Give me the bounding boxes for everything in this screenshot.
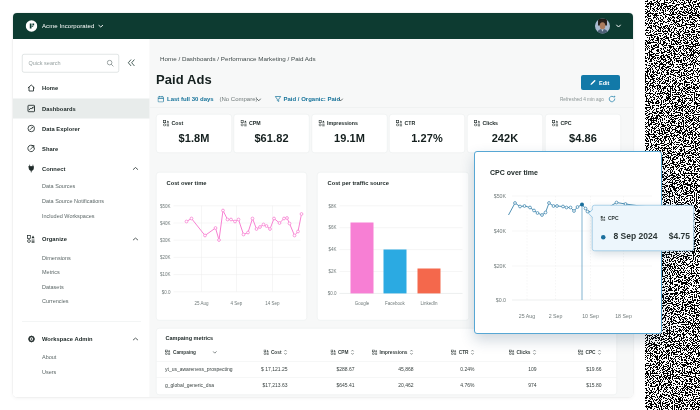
svg-text:$50K: $50K bbox=[160, 204, 171, 209]
svg-text:$10K: $10K bbox=[160, 272, 171, 277]
svg-text:25 Aug: 25 Aug bbox=[194, 301, 209, 306]
svg-text:$8K: $8K bbox=[328, 204, 336, 209]
svg-text:$0.0: $0.0 bbox=[162, 290, 171, 295]
svg-text:$20K: $20K bbox=[160, 255, 171, 260]
svg-text:$0.0: $0.0 bbox=[496, 297, 506, 303]
svg-text:$0.0: $0.0 bbox=[328, 291, 337, 296]
svg-text:$40K: $40K bbox=[160, 221, 171, 226]
svg-text:$40K: $40K bbox=[494, 228, 507, 234]
svg-text:$4K: $4K bbox=[328, 247, 336, 252]
svg-text:10 Sep: 10 Sep bbox=[582, 313, 599, 319]
svg-text:Facebook: Facebook bbox=[385, 301, 406, 306]
svg-text:$2K: $2K bbox=[328, 269, 336, 274]
svg-text:14 Sep: 14 Sep bbox=[265, 301, 280, 306]
svg-text:$6K: $6K bbox=[328, 225, 336, 230]
svg-text:18 Sep: 18 Sep bbox=[615, 313, 632, 319]
svg-text:2 Sep: 2 Sep bbox=[549, 313, 563, 319]
svg-text:$30K: $30K bbox=[160, 238, 171, 243]
svg-text:$20K: $20K bbox=[494, 263, 507, 269]
svg-text:LinkedIn: LinkedIn bbox=[420, 301, 438, 306]
svg-text:25 Aug: 25 Aug bbox=[519, 313, 535, 319]
svg-text:4 Sep: 4 Sep bbox=[231, 301, 243, 306]
svg-text:$50K: $50K bbox=[494, 193, 507, 199]
svg-text:Google: Google bbox=[355, 301, 370, 306]
